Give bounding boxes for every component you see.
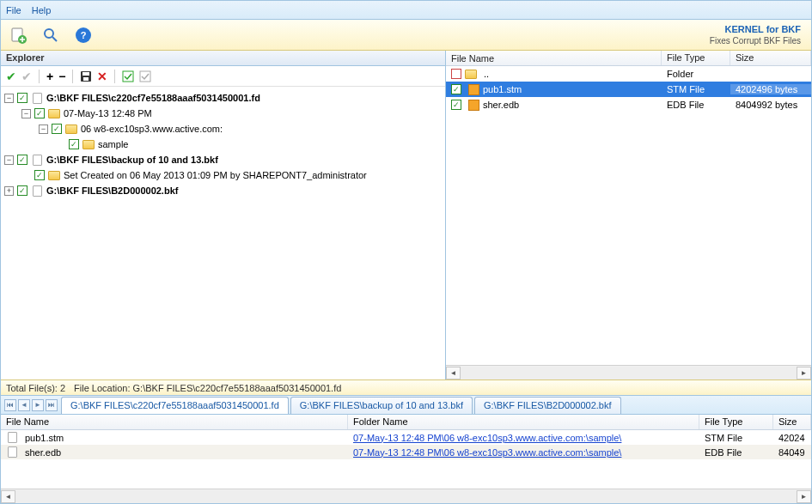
folder-link[interactable]: 07-May-13 12:48 PM\06 w8-exc10sp3.www.ac… [353, 433, 621, 443]
status-location: File Location: G:\BKF FILES\c220cf7e5518… [74, 383, 341, 393]
tree-view[interactable]: − ✓ G:\BKF FILES\c220cf7e55188aaaf503145… [1, 87, 445, 380]
file-icon [31, 92, 43, 104]
tree-node-label[interactable]: G:\BKF FILES\backup of 10 and 13.bkf [46, 155, 218, 165]
checkbox-icon[interactable]: ✓ [34, 170, 45, 180]
checkbox-icon[interactable]: ✓ [17, 185, 27, 196]
tab-item[interactable]: G:\BKF FILES\B2D000002.bkf [474, 397, 621, 414]
tab-prev-icon[interactable]: ◄ [18, 399, 30, 411]
expander-icon[interactable]: + [4, 186, 14, 196]
col-filename[interactable]: File Name [1, 415, 348, 429]
col-filetype[interactable]: File Type [699, 415, 773, 429]
folder-icon [48, 169, 60, 181]
folder-icon [65, 123, 77, 135]
file-icon [31, 154, 43, 166]
expand-all-button[interactable]: + [46, 70, 53, 83]
svg-point-2 [45, 29, 53, 38]
checkbox-icon[interactable]: ✓ [34, 108, 45, 118]
menu-file[interactable]: File [6, 5, 21, 15]
collapse-all-button[interactable]: − [58, 70, 65, 83]
col-size[interactable]: Size [730, 51, 811, 65]
folder-link[interactable]: 07-May-13 12:48 PM\06 w8-exc10sp3.www.ac… [353, 447, 621, 458]
status-bar: Total File(s): 2 File Location: G:\BKF F… [1, 380, 811, 395]
scroll-left-icon[interactable]: ◄ [446, 367, 461, 380]
col-size[interactable]: Size [773, 415, 811, 429]
save-button[interactable] [80, 70, 92, 82]
file-type-icon [468, 84, 479, 95]
up-icon [451, 69, 461, 79]
col-filetype[interactable]: File Type [662, 51, 730, 65]
explorer-title: Explorer [1, 51, 445, 66]
checkbox-icon[interactable]: ✓ [451, 84, 461, 94]
results-row[interactable]: sher.edb 07-May-13 12:48 PM\06 w8-exc10s… [1, 445, 811, 459]
svg-rect-9 [140, 71, 150, 82]
file-list-header: File Name File Type Size [446, 51, 811, 66]
checkbox-icon[interactable]: ✓ [451, 100, 461, 110]
checkbox-icon[interactable]: ✓ [52, 124, 62, 134]
scroll-right-icon[interactable]: ► [797, 490, 811, 503]
explorer-pane: Explorer ✔ ✔ + − ✕ − ✓ G:\BKF FILES\c220… [1, 51, 446, 380]
tab-next-icon[interactable]: ► [32, 399, 44, 411]
add-file-button[interactable] [8, 25, 28, 46]
file-icon [6, 446, 18, 458]
checklist-gray-icon[interactable] [139, 70, 151, 82]
file-icon [6, 432, 18, 444]
scroll-left-icon[interactable]: ◄ [1, 490, 15, 503]
file-icon [31, 185, 43, 197]
results-header: File Name Folder Name File Type Size [1, 415, 811, 430]
checkbox-icon[interactable]: ✓ [69, 139, 79, 149]
tree-node-label[interactable]: Set Created on 06 May 2013 01:09 PM by S… [64, 170, 367, 180]
folder-icon [465, 68, 477, 80]
results-grid: File Name Folder Name File Type Size pub… [1, 414, 811, 503]
tab-item[interactable]: G:\BKF FILES\backup of 10 and 13.bkf [290, 397, 473, 414]
file-type-icon [468, 100, 479, 111]
status-total: Total File(s): 2 [6, 383, 65, 393]
tab-nav-buttons: ⏮ ◄ ► ⏭ [4, 399, 58, 411]
tab-strip: ⏮ ◄ ► ⏭ G:\BKF FILES\c220cf7e55188aaaf50… [1, 395, 811, 414]
col-filename[interactable]: File Name [446, 51, 662, 65]
tree-node-label[interactable]: G:\BKF FILES\c220cf7e55188aaaf5031450001… [46, 93, 260, 103]
scroll-right-icon[interactable]: ► [797, 367, 811, 380]
svg-rect-7 [83, 77, 89, 81]
tree-node-label[interactable]: 07-May-13 12:48 PM [64, 108, 152, 118]
svg-text:?: ? [81, 30, 87, 40]
col-foldername[interactable]: Folder Name [348, 415, 699, 429]
svg-rect-6 [82, 72, 89, 76]
file-list-body[interactable]: .. Folder ✓pub1.stm STM File 4202496 byt… [446, 66, 811, 365]
checkbox-icon[interactable]: ✓ [17, 93, 27, 103]
tab-last-icon[interactable]: ⏭ [46, 399, 58, 411]
tab-item[interactable]: G:\BKF FILES\c220cf7e55188aaaf5031450001… [61, 397, 289, 414]
tree-node-label[interactable]: G:\BKF FILES\B2D000002.bkf [46, 185, 178, 196]
tab-first-icon[interactable]: ⏮ [4, 399, 16, 411]
list-row[interactable]: ✓pub1.stm STM File 4202496 bytes [446, 82, 811, 97]
expander-icon[interactable]: − [21, 109, 31, 118]
expander-icon[interactable]: − [39, 124, 48, 134]
tree-node-label[interactable]: 06 w8-exc10sp3.www.active.com: [81, 124, 223, 134]
tree-node-label[interactable]: sample [98, 139, 128, 149]
expander-icon[interactable]: − [4, 155, 14, 165]
main-toolbar: ? KERNEL for BKF Fixes Corrupt BKF Files [1, 20, 811, 51]
file-list-pane: File Name File Type Size .. Folder ✓pub1… [446, 51, 811, 380]
results-body[interactable]: pub1.stm 07-May-13 12:48 PM\06 w8-exc10s… [1, 430, 811, 489]
svg-rect-8 [123, 71, 133, 82]
results-row[interactable]: pub1.stm 07-May-13 12:48 PM\06 w8-exc10s… [1, 430, 811, 445]
menu-help[interactable]: Help [32, 5, 52, 15]
help-button[interactable]: ? [73, 25, 94, 46]
horizontal-scrollbar[interactable]: ◄ ► [1, 489, 811, 503]
brand-logo: KERNEL for BKF Fixes Corrupt BKF Files [710, 21, 801, 46]
list-row[interactable]: ✓sher.edb EDB File 8404992 bytes [446, 97, 811, 112]
list-row-up[interactable]: .. Folder [446, 66, 811, 82]
main-panes: Explorer ✔ ✔ + − ✕ − ✓ G:\BKF FILES\c220… [1, 51, 811, 380]
check-green-icon[interactable]: ✔ [6, 70, 16, 83]
delete-button[interactable]: ✕ [97, 70, 107, 83]
menu-bar: File Help [1, 1, 811, 20]
checkbox-icon[interactable]: ✓ [17, 155, 27, 165]
tree-toolbar: ✔ ✔ + − ✕ [1, 66, 445, 87]
search-button[interactable] [40, 25, 61, 46]
expander-icon[interactable]: − [4, 94, 14, 103]
check-gray-icon[interactable]: ✔ [21, 70, 32, 83]
horizontal-scrollbar[interactable]: ◄ ► [446, 365, 811, 380]
checklist-green-icon[interactable] [122, 70, 134, 82]
folder-icon [82, 138, 95, 150]
folder-icon [48, 107, 60, 119]
